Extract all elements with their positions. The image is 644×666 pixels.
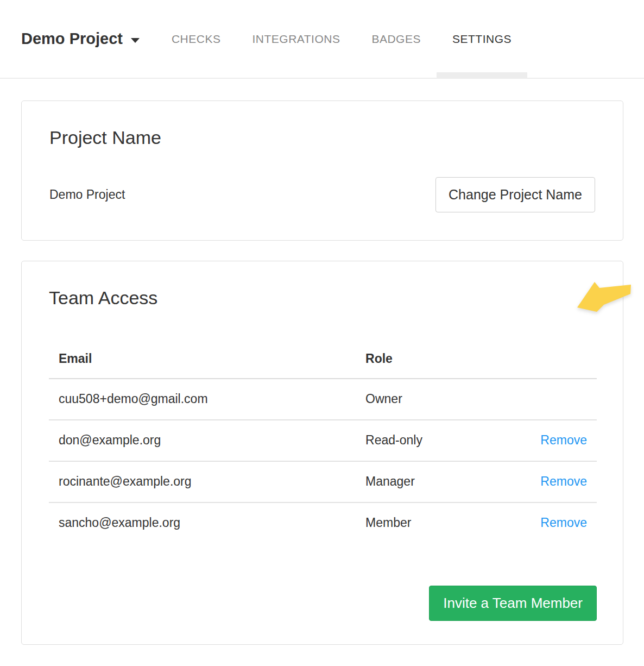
project-selector-label: Demo Project (21, 30, 123, 48)
member-role: Member (356, 502, 498, 543)
table-row: cuu508+demo@gmail.com Owner (49, 379, 597, 420)
team-access-card: Team Access Email Role cuu508+demo@gmail… (21, 261, 623, 645)
settings-page: Project Name Demo Project Change Project… (0, 79, 644, 645)
member-role: Read-only (356, 420, 498, 461)
member-action-cell (498, 379, 597, 420)
table-header-row: Email Role (49, 337, 597, 379)
tab-checks[interactable]: CHECKS (156, 0, 237, 78)
top-nav: Demo Project CHECKS INTEGRATIONS BADGES … (0, 0, 644, 79)
member-role: Manager (356, 461, 498, 502)
invite-team-member-button[interactable]: Invite a Team Member (429, 586, 597, 621)
project-name-card: Project Name Demo Project Change Project… (21, 100, 623, 241)
remove-member-link[interactable]: Remove (540, 474, 587, 488)
role-column-header: Role (356, 337, 498, 379)
member-email: cuu508+demo@gmail.com (49, 379, 356, 420)
remove-member-link[interactable]: Remove (540, 433, 587, 447)
email-column-header: Email (49, 337, 356, 379)
member-email: sancho@example.org (49, 502, 356, 543)
project-selector[interactable]: Demo Project (21, 0, 140, 78)
change-project-name-button[interactable]: Change Project Name (435, 177, 595, 212)
team-card-footer: Invite a Team Member (49, 586, 597, 621)
project-name-row: Demo Project Change Project Name (49, 177, 595, 212)
tab-badges[interactable]: BADGES (356, 0, 437, 78)
table-row: sancho@example.org Member Remove (49, 502, 597, 543)
table-row: don@example.org Read-only Remove (49, 420, 597, 461)
team-members-table: Email Role cuu508+demo@gmail.com Owner d… (49, 337, 597, 543)
table-row: rocinante@example.org Manager Remove (49, 461, 597, 502)
member-email: don@example.org (49, 420, 356, 461)
member-action-cell: Remove (498, 461, 597, 502)
member-action-cell: Remove (498, 502, 597, 543)
project-name-card-title: Project Name (49, 127, 595, 149)
remove-member-link[interactable]: Remove (540, 516, 587, 530)
tab-integrations[interactable]: INTEGRATIONS (236, 0, 356, 78)
member-email: rocinante@example.org (49, 461, 356, 502)
caret-down-icon (131, 38, 140, 43)
member-action-cell: Remove (498, 420, 597, 461)
action-column-header (498, 337, 597, 379)
tab-settings[interactable]: SETTINGS (437, 0, 527, 78)
nav-tabs: CHECKS INTEGRATIONS BADGES SETTINGS (156, 0, 527, 78)
current-project-name: Demo Project (49, 187, 125, 202)
team-access-card-title: Team Access (49, 287, 597, 309)
member-role: Owner (356, 379, 498, 420)
